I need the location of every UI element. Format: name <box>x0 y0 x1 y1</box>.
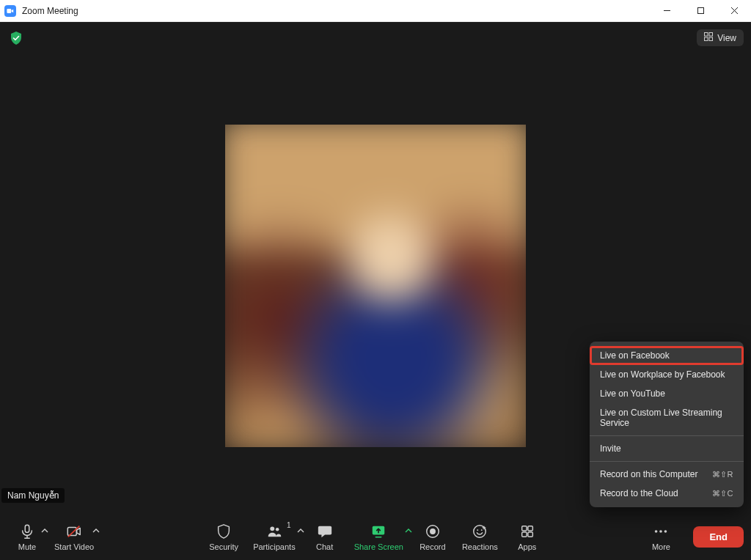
chevron-up-icon[interactable] <box>41 524 48 537</box>
camera-off-icon <box>66 523 82 540</box>
meeting-controls: Mute Start Video Security <box>0 513 751 560</box>
encryption-shield-icon[interactable] <box>9 31 23 45</box>
record-icon <box>425 523 441 540</box>
svg-rect-5 <box>705 33 708 37</box>
zoom-app-icon <box>4 5 16 17</box>
window-titlebar: Zoom Meeting <box>0 0 751 22</box>
svg-rect-23 <box>521 526 526 530</box>
titlebar-controls <box>650 0 751 22</box>
microphone-icon <box>19 523 35 540</box>
participant-name-label: Nam Nguyễn <box>1 488 65 503</box>
apps-icon <box>519 523 535 540</box>
more-button[interactable]: More <box>639 520 683 554</box>
menu-record-cloud[interactable]: Record to the Cloud ⌘⇧C <box>590 484 744 503</box>
menu-live-custom[interactable]: Live on Custom Live Streaming Service <box>590 403 744 432</box>
smile-icon <box>472 523 488 540</box>
menu-separator <box>590 461 744 462</box>
participants-count: 1 <box>287 521 291 529</box>
maximize-button[interactable] <box>684 0 717 22</box>
share-screen-button[interactable]: Share Screen <box>347 520 411 554</box>
participants-button[interactable]: 1 Participants <box>246 520 302 554</box>
close-button[interactable] <box>717 0 751 22</box>
shortcut-label: ⌘⇧R <box>712 470 733 479</box>
menu-live-workplace[interactable]: Live on Workplace by Facebook <box>590 365 744 384</box>
blurred-video-placeholder <box>225 125 526 447</box>
grid-icon <box>704 32 713 43</box>
svg-rect-2 <box>697 8 703 14</box>
end-button[interactable]: End <box>693 526 744 548</box>
menu-invite[interactable]: Invite <box>590 439 744 458</box>
svg-rect-0 <box>7 9 11 13</box>
svg-rect-6 <box>709 33 713 37</box>
mute-button[interactable]: Mute <box>7 520 47 554</box>
menu-live-facebook[interactable]: Live on Facebook <box>590 346 744 365</box>
shield-icon <box>216 523 232 540</box>
reactions-button[interactable]: Reactions <box>455 520 505 554</box>
more-menu: Live on Facebook Live on Workplace by Fa… <box>590 342 744 507</box>
svg-point-19 <box>431 528 435 533</box>
svg-rect-9 <box>25 525 29 532</box>
svg-rect-7 <box>705 37 708 41</box>
self-video-tile <box>225 125 526 447</box>
svg-point-14 <box>270 526 274 531</box>
svg-point-27 <box>655 530 658 533</box>
chevron-up-icon[interactable] <box>92 524 100 537</box>
window-title: Zoom Meeting <box>22 6 78 16</box>
svg-point-15 <box>276 527 279 531</box>
svg-rect-12 <box>67 527 76 535</box>
more-icon <box>653 523 669 540</box>
people-icon <box>266 523 282 540</box>
view-button[interactable]: View <box>697 29 744 46</box>
svg-point-28 <box>660 530 663 533</box>
menu-live-youtube[interactable]: Live on YouTube <box>590 384 744 403</box>
chat-button[interactable]: Chat <box>303 520 347 554</box>
svg-rect-26 <box>528 531 532 536</box>
svg-rect-8 <box>709 37 713 41</box>
chat-icon <box>317 523 333 540</box>
svg-point-21 <box>477 529 479 531</box>
record-button[interactable]: Record <box>411 520 455 554</box>
view-label: View <box>717 33 736 43</box>
apps-button[interactable]: Apps <box>505 520 549 554</box>
shortcut-label: ⌘⇧C <box>712 489 733 498</box>
svg-point-29 <box>664 530 667 533</box>
menu-separator <box>590 435 744 436</box>
svg-rect-25 <box>521 531 526 536</box>
security-button[interactable]: Security <box>202 520 246 554</box>
menu-record-local[interactable]: Record on this Computer ⌘⇧R <box>590 465 744 484</box>
titlebar-left: Zoom Meeting <box>4 5 78 17</box>
minimize-button[interactable] <box>650 0 684 22</box>
start-video-button[interactable]: Start Video <box>50 520 98 554</box>
share-screen-icon <box>370 523 387 540</box>
svg-point-22 <box>481 529 483 531</box>
svg-rect-24 <box>528 526 532 530</box>
meeting-area: View Nam Nguyễn Live on Facebook Live on… <box>0 22 751 560</box>
